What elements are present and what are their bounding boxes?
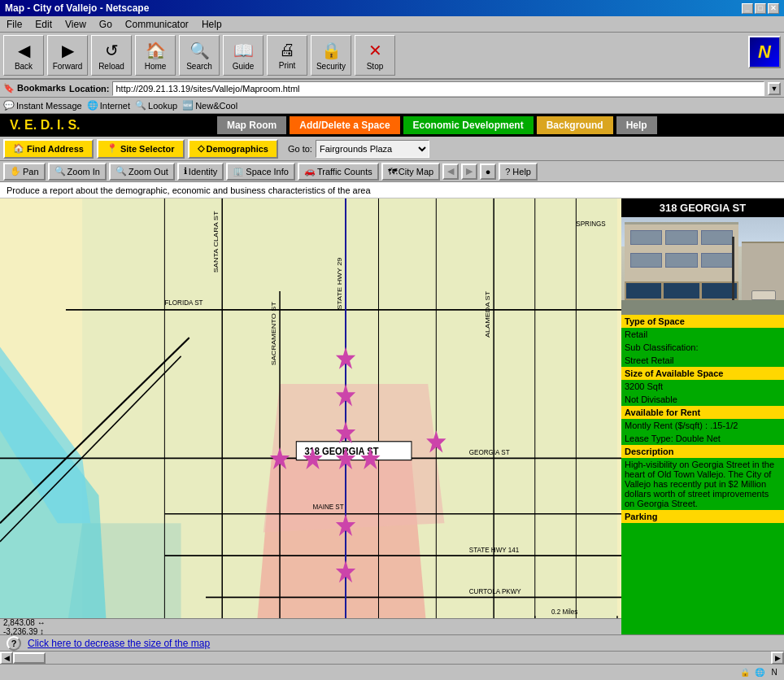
netscape-logo: N [748, 36, 781, 68]
menu-go[interactable]: Go [96, 18, 115, 31]
goto-label: Go to: [288, 144, 312, 154]
svg-text:MAINE ST: MAINE ST [313, 503, 345, 512]
demographics-btn[interactable]: ◇ Demographics [188, 139, 278, 159]
nav-back-btn[interactable]: ◀ [442, 163, 459, 180]
find-address-btn[interactable]: 🏠 Find Address [3, 139, 94, 159]
identity-btn[interactable]: ℹ Identity [177, 163, 224, 181]
h-scroll-thumb[interactable] [13, 652, 46, 664]
reload-icon: ↺ [105, 41, 119, 60]
economic-dev-nav-btn[interactable]: Economic Development [403, 116, 534, 134]
lease-type: Lease Type: Double Net [621, 432, 784, 445]
reload-button[interactable]: ↺ Reload [91, 35, 132, 76]
svg-text:SACRAMENTO ST: SACRAMENTO ST [269, 301, 277, 365]
nav-dot-btn[interactable]: ● [480, 163, 496, 180]
pan-icon: ✋ [10, 166, 21, 177]
scroll-right-btn[interactable]: ▶ [771, 652, 784, 665]
zoom-out-icon: 🔍 [115, 166, 127, 177]
reload-label: Reload [98, 62, 124, 71]
info-text: Produce a report about the demographic, … [7, 185, 371, 195]
minimize-button[interactable]: _ [742, 3, 753, 14]
city-map-icon: 🗺 [388, 167, 397, 177]
rent-label: Available for Rent [621, 406, 784, 419]
property-image [621, 217, 784, 315]
pan-tool-btn[interactable]: ✋ Pan [3, 163, 46, 181]
guide-button[interactable]: 📖 Guide [223, 35, 264, 76]
coord-x: 2,843.08 ↔ [3, 618, 46, 627]
back-button[interactable]: ◀ Back [3, 35, 44, 76]
goto-select[interactable]: Fairgrounds Plaza Downtown Marina Georgi… [316, 140, 429, 158]
city-map-btn[interactable]: 🗺 City Map [381, 163, 440, 181]
decrease-map-link[interactable]: Click here to decrease the size of the m… [28, 638, 210, 649]
type-retail: Retail [621, 328, 784, 341]
home-button[interactable]: 🏠 Home [135, 35, 176, 76]
site-selector-icon: 📍 [107, 143, 118, 154]
vedis-logo: V. E. D. I. S. [0, 114, 90, 137]
lookup-icon: 🔍 [135, 100, 146, 111]
svg-text:FLORIDA ST: FLORIDA ST [164, 299, 203, 307]
find-address-icon: 🏠 [13, 143, 24, 154]
vedis-nav-buttons: Map Room Add/Delete a Space Economic Dev… [90, 114, 784, 137]
security-status-icon: 🔒 [738, 666, 751, 679]
help-nav-btn[interactable]: Help [616, 116, 657, 134]
url-dropdown-button[interactable]: ▼ [768, 82, 781, 95]
property-title: 318 GEORGIA ST [621, 198, 784, 217]
internet-link[interactable]: 🌐 Internet [87, 100, 130, 111]
close-button[interactable]: ✕ [768, 3, 779, 14]
toolbar: ◀ Back ▶ Forward ↺ Reload 🏠 Home 🔍 Searc… [0, 33, 784, 80]
new-cool-link[interactable]: 🆕 New&Cool [182, 100, 237, 111]
map-container[interactable]: FLORIDA ST GEORGIA ST MAINE ST STATE HWY… [0, 198, 621, 634]
traffic-counts-btn[interactable]: 🚗 Traffic Counts [298, 163, 379, 181]
coord-y: -3,236.39 ↕ [3, 627, 44, 636]
status-bar: 🔒 🌐 N [0, 664, 784, 680]
internet-icon: 🌐 [87, 100, 98, 111]
netscape-status-icon: N [768, 666, 781, 679]
security-icon: 🔒 [321, 41, 342, 60]
building-facade [621, 217, 784, 315]
sub-classification-label: Sub Classification: [621, 341, 784, 354]
location-label: Location: [69, 84, 110, 94]
zoom-in-btn[interactable]: 🔍 Zoom In [48, 163, 107, 181]
h-scroll-track[interactable] [13, 652, 771, 664]
svg-text:CURTOLA PKWY: CURTOLA PKWY [469, 586, 521, 595]
message-icon: 💬 [3, 100, 15, 111]
help-circle-btn[interactable]: ? [7, 636, 21, 651]
menu-communicator[interactable]: Communicator [122, 18, 192, 31]
background-nav-btn[interactable]: Background [537, 116, 613, 134]
svg-text:SPRINGS: SPRINGS [576, 220, 606, 229]
type-of-space-section: Type of Space Retail Sub Classification:… [621, 315, 784, 367]
identity-icon: ℹ [184, 166, 187, 177]
security-button[interactable]: 🔒 Security [311, 35, 351, 76]
menu-help[interactable]: Help [198, 18, 225, 31]
svg-text:STATE HWY 29: STATE HWY 29 [335, 257, 342, 309]
instant-message-link[interactable]: 💬 Instant Message [3, 100, 82, 111]
guide-label: Guide [233, 62, 255, 71]
help-tool-btn[interactable]: ? Help [499, 163, 538, 181]
stop-button[interactable]: ✕ Stop [355, 35, 395, 76]
forward-button[interactable]: ▶ Forward [47, 35, 88, 76]
home-icon: 🏠 [146, 41, 166, 60]
scroll-left-btn[interactable]: ◀ [0, 652, 13, 665]
menu-view[interactable]: View [62, 18, 89, 31]
site-selector-btn[interactable]: 📍 Site Selector [97, 139, 185, 159]
size-label: Size of Available Space [621, 367, 784, 380]
main-content: FLORIDA ST GEORGIA ST MAINE ST STATE HWY… [0, 198, 784, 634]
lookup-link[interactable]: 🔍 Lookup [135, 100, 177, 111]
maximize-button[interactable]: □ [755, 3, 766, 14]
map-bottom: 2,843.08 ↔ -3,236.39 ↕ [0, 618, 621, 634]
maproom-nav-btn[interactable]: Map Room [217, 116, 286, 134]
space-info-icon: 🏢 [233, 166, 244, 177]
menu-file[interactable]: File [3, 18, 25, 31]
space-info-btn[interactable]: 🏢 Space Info [226, 163, 295, 181]
nav-fwd-btn[interactable]: ▶ [461, 163, 477, 180]
search-button[interactable]: 🔍 Search [179, 35, 220, 76]
add-delete-nav-btn[interactable]: Add/Delete a Space [290, 116, 399, 134]
print-button[interactable]: 🖨 Print [267, 35, 307, 76]
zoom-out-btn[interactable]: 🔍 Zoom Out [109, 163, 175, 181]
home-label: Home [145, 62, 167, 71]
guide-icon: 📖 [233, 41, 254, 60]
url-input[interactable] [112, 81, 764, 96]
new-cool-icon: 🆕 [182, 100, 194, 111]
menu-edit[interactable]: Edit [32, 18, 55, 31]
back-label: Back [15, 62, 33, 71]
bottom-link-bar: ? Click here to decrease the size of the… [0, 634, 784, 651]
